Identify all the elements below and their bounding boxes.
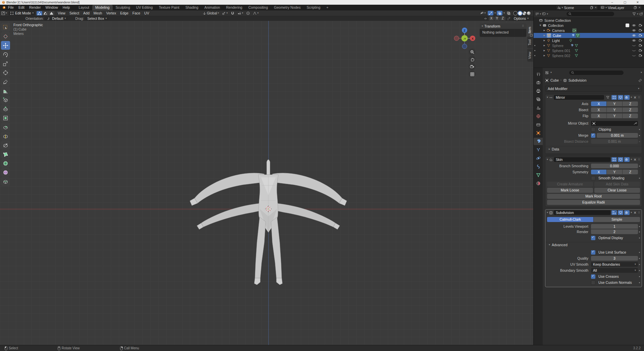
navigation-gizmo[interactable]: Z X -Y	[453, 26, 476, 50]
modifier-extras-dropdown[interactable]: ▾	[631, 158, 632, 161]
expand-icon[interactable]: ►	[543, 29, 546, 32]
panel-grip-icon[interactable]: ⠿	[522, 25, 524, 28]
expand-icon[interactable]: ►	[543, 39, 546, 42]
breadcrumb-object[interactable]: Cube	[550, 78, 559, 82]
workspace-tab-modeling[interactable]: Modeling	[92, 5, 113, 10]
show-in-render-toggle[interactable]	[624, 157, 630, 162]
outliner-row-cube[interactable]: ► Cube	[534, 33, 644, 38]
show-object-types-dropdown[interactable]: ▾	[479, 11, 487, 15]
modifier-name-field[interactable]: Subdivision	[554, 210, 610, 215]
simple-button[interactable]: Simple	[594, 217, 640, 222]
tool-bevel-button[interactable]	[1, 123, 10, 131]
scene-selector[interactable]: ▾ Scene ✕	[556, 5, 598, 10]
transform-panel-header[interactable]: ▾ Transform ⠿	[480, 23, 526, 29]
tab-object[interactable]	[534, 129, 543, 137]
properties-editor-icon[interactable]	[545, 71, 549, 75]
collapse-icon[interactable]: ▼	[539, 24, 542, 27]
rendered-shading-button[interactable]	[527, 11, 531, 15]
modifier-name-field[interactable]: Skin	[554, 157, 610, 162]
remove-modifier-button[interactable]: ✕	[633, 158, 637, 162]
3d-viewport[interactable]: Front Orthographic (1) Cube Meters Z X -…	[0, 21, 533, 345]
symmetry-x[interactable]: X	[591, 170, 606, 174]
camera-restrict-icon[interactable]	[639, 34, 642, 37]
tool-measure-button[interactable]	[1, 86, 10, 95]
eye-open-icon[interactable]	[632, 24, 636, 27]
workspace-tab-rendering[interactable]: Rendering	[223, 5, 245, 10]
tab-view-layer[interactable]	[534, 96, 543, 103]
edge-select-button[interactable]	[43, 11, 48, 15]
viewport-menu-select[interactable]: Select	[67, 11, 81, 15]
sidebar-tab-tool[interactable]: Tool	[527, 37, 533, 48]
tool-rotate-button[interactable]	[1, 50, 10, 59]
gizmos-toggle[interactable]	[488, 11, 493, 15]
drag-handle-icon[interactable]: ⠿	[638, 158, 640, 161]
minimize-button[interactable]: –	[606, 0, 619, 5]
tab-object-data[interactable]	[534, 171, 543, 179]
outliner-row-sphere-002[interactable]: ► Sphere.002	[534, 53, 644, 58]
overlays-toggle[interactable]	[497, 11, 502, 15]
branch-smoothing-field[interactable]: 0.000	[591, 164, 638, 168]
merge-checkbox[interactable]	[591, 133, 595, 138]
options-dropdown[interactable]: Options ▾	[512, 16, 531, 20]
mirror-axis-z[interactable]: Z	[623, 101, 638, 106]
mirror-x-button[interactable]: X	[489, 16, 494, 20]
outliner-row-scene-collection[interactable]: Scene Collection	[534, 18, 644, 23]
viewport-menu-mesh[interactable]: Mesh	[92, 11, 104, 15]
face-select-button[interactable]	[49, 11, 54, 15]
xray-toggle[interactable]	[506, 11, 512, 15]
outliner-row-sphere-001[interactable]: ► Sphere.001	[534, 48, 644, 53]
workspace-tab-texture-paint[interactable]: Texture Paint	[156, 5, 182, 10]
new-collection-icon[interactable]	[639, 12, 643, 16]
mirror-z-button[interactable]: Z	[500, 16, 505, 20]
mesh-data-icon[interactable]	[575, 49, 578, 52]
tab-constraints[interactable]	[534, 163, 543, 170]
tool-cursor-button[interactable]	[1, 32, 10, 41]
drag-handle-icon[interactable]: ⠿	[638, 96, 640, 99]
eye-open-icon[interactable]	[632, 39, 636, 42]
snap-base-icon[interactable]	[507, 17, 511, 20]
remove-modifier-button[interactable]: ✕	[633, 95, 637, 99]
levels-viewport-field[interactable]: 1	[591, 224, 638, 229]
unlink-scene-icon[interactable]: ✕	[595, 6, 597, 9]
show-in-render-toggle[interactable]	[624, 95, 630, 100]
snap-target-dropdown[interactable]: ▾	[236, 11, 244, 15]
display-mode-icon[interactable]	[535, 12, 539, 16]
eye-open-icon[interactable]	[632, 34, 636, 37]
mark-loose-button[interactable]: Mark Loose	[547, 188, 593, 193]
advanced-section-header[interactable]: ▾ Advanced	[545, 242, 642, 248]
mirror-object-field[interactable]	[591, 121, 638, 126]
pan-button[interactable]	[469, 56, 476, 63]
wireframe-shading-button[interactable]	[513, 11, 518, 15]
tab-modifiers[interactable]	[534, 138, 543, 145]
add-workspace-button[interactable]: +	[323, 5, 331, 10]
flip-z[interactable]: Z	[623, 114, 638, 118]
drag-dropdown[interactable]: Select Box ▾	[85, 16, 109, 20]
mirror-axis-y[interactable]: Y	[607, 101, 622, 106]
drag-handle-icon[interactable]: ⠿	[638, 211, 640, 214]
add-skin-data-button[interactable]: Add Skin Data	[594, 182, 640, 187]
properties-options-dropdown[interactable]: ▾	[641, 71, 642, 74]
material-preview-shading-button[interactable]	[523, 11, 526, 15]
mark-root-button[interactable]: Mark Root	[547, 194, 640, 199]
mesh-data-icon[interactable]	[575, 44, 578, 47]
eye-closed-icon[interactable]	[632, 54, 636, 57]
tool-select-box-button[interactable]	[1, 23, 10, 32]
tool-smooth-button[interactable]	[1, 168, 10, 177]
blender-app-icon[interactable]	[2, 6, 6, 9]
pivot-point-dropdown[interactable]: ▾	[221, 11, 229, 15]
sidebar-tab-view[interactable]: View	[527, 49, 533, 62]
tool-move-button[interactable]	[1, 41, 10, 50]
proportional-editing-toggle[interactable]	[245, 11, 251, 15]
transform-orientation-dropdown[interactable]: Global ▾	[202, 11, 220, 15]
gizmos-dropdown[interactable]: ▾	[494, 12, 496, 14]
show-in-render-toggle[interactable]	[624, 210, 630, 215]
show-on-cage-toggle[interactable]	[605, 95, 610, 100]
orientation-default-dropdown[interactable]: Default ▾	[45, 16, 68, 20]
toggle-perspective-button[interactable]	[469, 71, 476, 78]
camera-restrict-icon[interactable]	[639, 24, 642, 27]
tab-tool[interactable]	[534, 71, 543, 78]
uv-smooth-dropdown[interactable]: Keep Boundaries ▾	[591, 262, 638, 267]
modifier-wrench-icon[interactable]	[571, 34, 575, 37]
viewport-menu-view[interactable]: View	[56, 11, 67, 15]
light-data-icon[interactable]	[569, 39, 573, 42]
